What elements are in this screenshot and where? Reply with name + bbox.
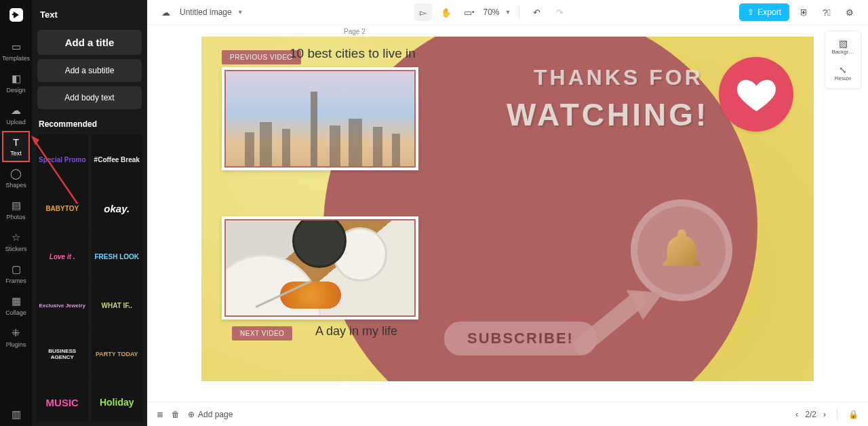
stickers-icon: ☆ bbox=[12, 231, 20, 244]
rail-label: Frames bbox=[5, 277, 26, 284]
left-icon-rail: ▭Templates◧Design☁UploadTText◯Shapes▤Pho… bbox=[0, 0, 32, 426]
subscribe-pill[interactable]: SUBSCRIBE! bbox=[444, 322, 597, 355]
dock-resize[interactable]: ⤡Resize bbox=[828, 60, 858, 85]
add-page-label: Add page bbox=[198, 410, 233, 419]
next-video-frame[interactable] bbox=[222, 216, 418, 320]
dock-background-label: Backgr… bbox=[832, 49, 854, 55]
layers-icon[interactable]: ≣ bbox=[157, 410, 163, 419]
bottombar: ≣ 🗑 ⊕ Add page ‹ 2/2 › 🔒 bbox=[147, 402, 868, 426]
rail-design[interactable]: ◧Design bbox=[2, 67, 30, 99]
design-canvas[interactable]: PREVIOUS VIDEO 10 best cities to live in bbox=[201, 37, 814, 381]
add-subtitle-button[interactable]: Add a subtitle bbox=[37, 59, 142, 82]
shapes-icon: ◯ bbox=[10, 168, 22, 180]
rail-templates[interactable]: ▭Templates bbox=[2, 35, 30, 67]
pager: ‹ 2/2 › bbox=[795, 410, 826, 419]
rail-plugins[interactable]: ⁜Plugins bbox=[2, 322, 30, 353]
rail-label: Templates bbox=[2, 55, 30, 62]
recommended-tile-0[interactable]: Special Promo bbox=[37, 134, 88, 186]
canvas-viewport[interactable]: Page 2 ⊡ ⋯ ▧Backgr… ⤡Resize PREVIOUS VID… bbox=[147, 25, 868, 402]
export-label: Export bbox=[757, 7, 781, 17]
rail-label: Photos bbox=[6, 214, 25, 220]
cloud-sync-icon[interactable]: ☁ bbox=[157, 3, 174, 21]
thanks-line-1[interactable]: THANKS FOR bbox=[534, 65, 703, 90]
frames-icon: ▢ bbox=[12, 263, 21, 275]
city-skyline-image bbox=[226, 71, 414, 166]
rail-text[interactable]: TText bbox=[2, 131, 30, 162]
prev-page-icon[interactable]: ‹ bbox=[795, 410, 798, 419]
resize-icon: ⤡ bbox=[839, 64, 847, 75]
recommended-tile-8[interactable]: BUSINESS AGENCY bbox=[37, 328, 88, 380]
page-counter: 2/2 bbox=[805, 410, 816, 419]
document-title[interactable]: Untitled image bbox=[180, 7, 232, 17]
rail-frames[interactable]: ▢Frames bbox=[2, 258, 30, 290]
recommended-tile-4[interactable]: Love it . bbox=[37, 231, 88, 283]
export-button[interactable]: ⇪ Export bbox=[739, 3, 789, 21]
rail-collage[interactable]: ▦Collage bbox=[2, 290, 30, 322]
food-plate-image bbox=[226, 220, 414, 315]
recommended-tile-2[interactable]: BABYTOY bbox=[37, 183, 88, 235]
previous-video-frame[interactable] bbox=[222, 67, 418, 170]
rail-label: Shapes bbox=[5, 182, 26, 189]
crop-tool-icon[interactable]: ▭▾ bbox=[460, 3, 478, 21]
next-page-icon[interactable]: › bbox=[823, 410, 826, 419]
help-icon[interactable]: ?⃝ bbox=[818, 3, 835, 21]
rail-more[interactable]: ▥ bbox=[0, 403, 32, 426]
add-title-button[interactable]: Add a title bbox=[37, 30, 142, 55]
bell-icon bbox=[656, 225, 707, 276]
next-video-caption[interactable]: A day in my life bbox=[315, 324, 397, 338]
rail-shapes[interactable]: ◯Shapes bbox=[2, 162, 30, 194]
upload-icon: ☁ bbox=[11, 104, 21, 117]
separator bbox=[519, 6, 519, 18]
undo-icon[interactable]: ↶ bbox=[528, 3, 545, 21]
recommended-tile-5[interactable]: FRESH LOOK bbox=[92, 231, 143, 283]
next-video-chip[interactable]: NEXT VIDEO bbox=[232, 326, 292, 341]
rail-label: Design bbox=[6, 87, 25, 94]
rail-label: Plugins bbox=[6, 341, 26, 348]
delete-page-icon[interactable]: 🗑 bbox=[172, 410, 180, 419]
recommended-tile-7[interactable]: WHAT IF.. bbox=[92, 280, 143, 332]
heart-icon bbox=[734, 73, 778, 117]
rail-label: Upload bbox=[6, 119, 26, 125]
recommended-tile-1[interactable]: #Coffee Break bbox=[92, 134, 143, 186]
previous-video-caption[interactable]: 10 best cities to live in bbox=[290, 46, 416, 61]
rail-label: Text bbox=[10, 150, 22, 157]
recommended-tile-3[interactable]: okay. bbox=[92, 183, 143, 235]
panel-title: Text bbox=[36, 4, 143, 28]
dock-background[interactable]: ▧Backgr… bbox=[828, 34, 858, 59]
recommended-tile-9[interactable]: PARTY TODAY bbox=[92, 328, 143, 380]
zoom-dropdown-icon[interactable]: ▼ bbox=[505, 9, 511, 16]
text-icon: T bbox=[13, 136, 19, 148]
thanks-line-2[interactable]: WATCHING! bbox=[507, 96, 709, 133]
rail-photos[interactable]: ▤Photos bbox=[2, 194, 30, 226]
select-tool-icon[interactable]: ▻ bbox=[414, 3, 432, 21]
templates-icon: ▭ bbox=[12, 41, 21, 53]
page-label: Page 2 bbox=[147, 25, 366, 35]
right-dock: ▧Backgr… ⤡Resize bbox=[825, 31, 861, 89]
rail-label: Stickers bbox=[5, 246, 26, 252]
add-page-button[interactable]: ⊕ Add page bbox=[188, 410, 233, 419]
lock-icon[interactable]: 🔒 bbox=[848, 410, 859, 419]
photos-icon: ▤ bbox=[12, 199, 21, 212]
recommended-tile-10[interactable]: MUSIC bbox=[37, 377, 88, 423]
settings-icon[interactable]: ⚙ bbox=[841, 3, 859, 21]
design-icon: ◧ bbox=[12, 73, 21, 85]
shield-icon[interactable]: ⛨ bbox=[795, 3, 812, 21]
topbar: ☁ Untitled image ▼ ▻ ✋ ▭▾ 70% ▼ ↶ ↷ ⇪ Ex… bbox=[147, 0, 868, 25]
plugins-icon: ⁜ bbox=[12, 327, 20, 339]
hand-tool-icon[interactable]: ✋ bbox=[437, 3, 455, 21]
redo-icon[interactable]: ↷ bbox=[551, 3, 568, 21]
recommended-heading: Recommended bbox=[36, 111, 143, 134]
app-logo[interactable] bbox=[5, 4, 27, 26]
heart-badge[interactable] bbox=[719, 57, 793, 132]
background-icon: ▧ bbox=[839, 38, 848, 49]
recommended-tile-6[interactable]: Exclusive Jewelry bbox=[37, 280, 88, 332]
collage-icon: ▦ bbox=[12, 295, 21, 307]
doc-dropdown-icon[interactable]: ▼ bbox=[237, 9, 243, 16]
recommended-tile-11[interactable]: Holiday bbox=[92, 377, 143, 423]
rail-upload[interactable]: ☁Upload bbox=[2, 99, 30, 131]
export-icon: ⇪ bbox=[747, 7, 754, 17]
zoom-level[interactable]: 70% bbox=[484, 7, 500, 17]
rail-stickers[interactable]: ☆Stickers bbox=[2, 226, 30, 258]
add-body-text-button[interactable]: Add body text bbox=[37, 86, 142, 109]
main-area: ☁ Untitled image ▼ ▻ ✋ ▭▾ 70% ▼ ↶ ↷ ⇪ Ex… bbox=[147, 0, 868, 426]
